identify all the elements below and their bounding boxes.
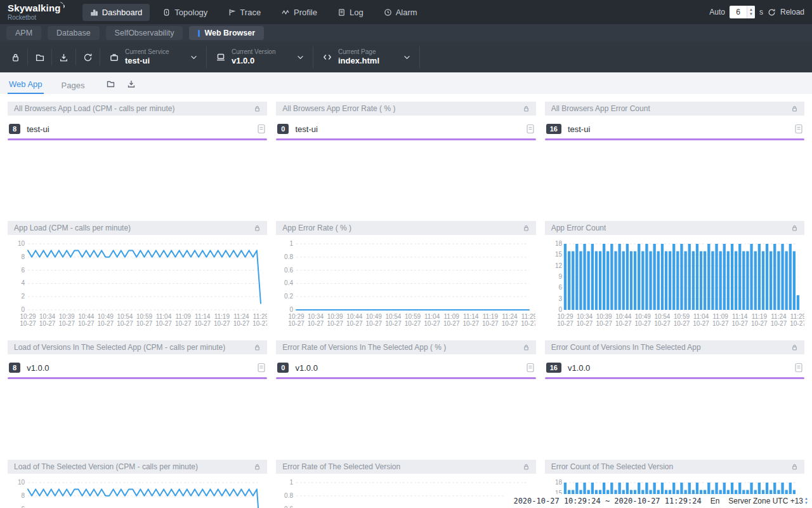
line-chart[interactable]: 024681010:2910-2710:3410-2710:3910-2710:…	[8, 236, 267, 333]
nav-item-dashboard[interactable]: Dashboard	[82, 4, 150, 21]
panel-all-browsers-app-load: All Browsers App Load (CPM - calls per m…	[8, 102, 267, 216]
tab-database[interactable]: Database	[48, 26, 100, 40]
svg-text:10-27: 10-27	[673, 320, 690, 327]
current-service-selector[interactable]: Current Service test-ui	[100, 46, 207, 68]
svg-text:10-27: 10-27	[289, 320, 305, 327]
import-icon[interactable]	[127, 79, 136, 88]
current-version-selector[interactable]: Current Version v1.0.0	[207, 46, 313, 68]
nav-item-trace[interactable]: Trace	[220, 4, 268, 21]
tab-apm[interactable]: APM	[6, 26, 41, 40]
nav-item-alarm[interactable]: Alarm	[376, 4, 425, 21]
metric-row[interactable]: 16 v1.0.0	[546, 363, 803, 373]
time-range-picker[interactable]: 2020-10-27 10:29:24 ~ 2020-10-27 11:29:2…	[513, 497, 701, 505]
tab-selfobservability[interactable]: SelfObservability	[106, 26, 183, 40]
lock-icon[interactable]	[523, 105, 530, 112]
clipboard-icon[interactable]	[794, 124, 803, 134]
line-chart[interactable]: 00.20.40.60.8110:2910-2710:3410-2710:391…	[276, 475, 535, 508]
current-page-selector[interactable]: Current Page index.html	[313, 46, 420, 68]
svg-text:11:29: 11:29	[790, 313, 804, 320]
server-zone-control[interactable]: Server Zone UTC +13 ▲▼	[728, 497, 808, 505]
selector-label: Current Version	[232, 48, 286, 56]
import-template-button[interactable]	[28, 49, 52, 65]
panel-error-rate-of-versions: Error Rate of Versions In The Selected A…	[276, 340, 535, 455]
metric-name: test-ui	[27, 124, 257, 134]
metric-underline	[8, 138, 267, 140]
lock-icon[interactable]	[254, 105, 261, 112]
selector-value: test-ui	[125, 57, 180, 66]
svg-text:0: 0	[558, 306, 562, 313]
lock-icon[interactable]	[254, 344, 261, 351]
panel-title: Load of The Selected Version (CPM - call…	[14, 462, 198, 471]
lock-icon[interactable]	[523, 344, 530, 351]
metric-row[interactable]: 8 test-ui	[9, 124, 266, 134]
svg-text:8: 8	[21, 253, 25, 260]
svg-text:10-27: 10-27	[790, 320, 804, 327]
svg-text:10:39: 10:39	[596, 313, 612, 320]
folder-icon	[35, 53, 45, 62]
line-chart[interactable]: 024681010:2910-2710:3410-2710:3910-2710:…	[8, 475, 267, 508]
metric-row[interactable]: 8 v1.0.0	[9, 363, 266, 373]
folder-icon[interactable]	[106, 79, 115, 88]
svg-text:10-27: 10-27	[58, 320, 75, 327]
svg-text:12: 12	[555, 262, 563, 269]
page-tabbar: Web App Pages	[0, 72, 812, 94]
svg-text:11:09: 11:09	[444, 313, 460, 320]
nav-label: Topology	[174, 8, 207, 17]
lock-icon[interactable]	[523, 463, 530, 471]
lock-icon[interactable]	[791, 344, 798, 351]
lock-icon[interactable]	[523, 224, 530, 232]
reload-label[interactable]: Reload	[780, 8, 804, 17]
tab-web-browser[interactable]: Web Browser	[189, 26, 264, 40]
lock-button[interactable]	[4, 49, 28, 65]
refresh-button[interactable]	[76, 49, 100, 65]
language-toggle[interactable]: En	[710, 497, 720, 505]
line-chart[interactable]: 00.20.40.60.8110:2910-2710:3410-2710:391…	[276, 236, 535, 333]
tab-pages[interactable]: Pages	[60, 76, 86, 94]
svg-text:1: 1	[290, 240, 294, 247]
svg-text:10-27: 10-27	[175, 320, 192, 327]
nav-item-profile[interactable]: Profile	[273, 4, 325, 21]
app-logo[interactable]: Skywalking Rocketbot	[8, 3, 61, 21]
panel-header: App Error Rate ( % )	[276, 221, 535, 235]
auto-interval-input[interactable]: 6 ▲▼	[730, 6, 755, 18]
lock-icon[interactable]	[791, 463, 798, 471]
metric-row[interactable]: 0 v1.0.0	[277, 363, 534, 373]
bar-chart[interactable]: 036912151810:2910-2710:3410-2710:3910-27…	[545, 236, 804, 333]
clipboard-icon[interactable]	[526, 363, 535, 373]
panel-app-error-rate-chart: App Error Rate ( % ) 00.20.40.60.8110:29…	[276, 221, 535, 335]
auto-interval-spinner[interactable]: ▲▼	[747, 6, 755, 18]
nav-item-log[interactable]: Log	[330, 4, 371, 21]
svg-text:10:49: 10:49	[366, 313, 382, 320]
metric-row[interactable]: 0 test-ui	[277, 124, 534, 134]
svg-text:10-27: 10-27	[194, 320, 211, 327]
svg-text:11:19: 11:19	[751, 313, 767, 320]
svg-text:11:04: 11:04	[693, 313, 709, 320]
lock-icon[interactable]	[254, 463, 261, 471]
svg-text:10-27: 10-27	[20, 320, 36, 327]
metric-row[interactable]: 16 test-ui	[546, 124, 803, 134]
panel-title: App Error Rate ( % )	[282, 224, 351, 232]
lock-icon[interactable]	[254, 224, 261, 232]
lock-icon[interactable]	[791, 224, 798, 232]
clipboard-icon[interactable]	[257, 363, 266, 373]
export-template-button[interactable]	[52, 49, 76, 65]
clipboard-icon[interactable]	[257, 124, 266, 134]
lock-icon[interactable]	[791, 105, 798, 112]
tab-label: Web Browser	[204, 29, 255, 37]
svg-text:10-27: 10-27	[252, 320, 267, 327]
server-zone-spinner[interactable]: ▲▼	[804, 497, 808, 505]
svg-text:10-27: 10-27	[405, 320, 421, 327]
clipboard-icon[interactable]	[794, 363, 803, 373]
nav-item-topology[interactable]: Topology	[155, 4, 215, 21]
svg-text:0.8: 0.8	[284, 253, 293, 260]
svg-text:9: 9	[558, 273, 562, 280]
alarm-icon	[384, 8, 392, 17]
reload-icon[interactable]	[768, 8, 776, 17]
nav-label: Profile	[294, 8, 317, 17]
panel-header: All Browsers App Load (CPM - calls per m…	[8, 102, 267, 116]
tab-web-app[interactable]: Web App	[8, 74, 44, 94]
auto-unit-label: s	[759, 8, 763, 17]
panel-header: App Error Count	[545, 221, 804, 235]
lock-icon	[11, 53, 20, 62]
clipboard-icon[interactable]	[526, 124, 535, 134]
